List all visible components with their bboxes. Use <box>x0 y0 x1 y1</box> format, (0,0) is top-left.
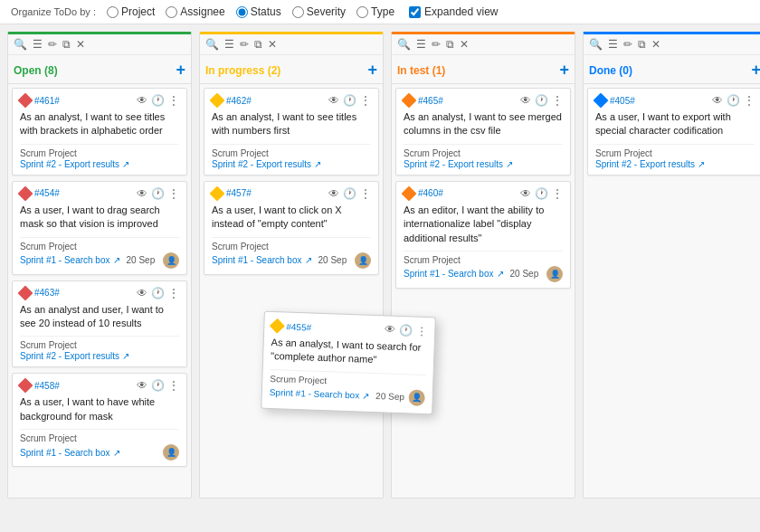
eye-icon[interactable]: 👁 <box>520 187 531 200</box>
card-desc: As a user, I want to click on X instead … <box>212 204 371 232</box>
clock-icon[interactable]: 🕐 <box>151 94 165 107</box>
sprint-link-icon[interactable]: ↗ <box>122 159 129 169</box>
eye-icon[interactable]: 👁 <box>328 187 339 200</box>
more-icon[interactable]: ⋮ <box>744 94 755 107</box>
col-search-bar-done: 🔍 ☰ ✏ ⧉ ✕ <box>584 34 760 55</box>
radio-severity[interactable]: Severity <box>292 5 346 18</box>
floating-card[interactable]: #455# 👁 🕐 ⋮ As an analyst, I want to sea… <box>261 311 436 414</box>
clock-icon[interactable]: 🕐 <box>535 94 548 107</box>
card-project: Scrum Project <box>212 242 371 252</box>
menu-icon[interactable]: ☰ <box>33 38 43 51</box>
clock-icon[interactable]: 🕐 <box>727 94 740 107</box>
more-icon[interactable]: ⋮ <box>168 94 179 107</box>
card-desc: As a user, I want to export with special… <box>595 110 755 138</box>
column-title-intest: In test (1) <box>397 64 554 77</box>
radio-status[interactable]: Status <box>236 5 281 18</box>
search-icon[interactable]: 🔍 <box>397 38 411 51</box>
card-id: #455# <box>286 321 381 335</box>
card-id: #460# <box>418 188 517 198</box>
card-457[interactable]: #457# 👁 🕐 ⋮ As a user, I want to click o… <box>204 181 379 275</box>
eye-icon[interactable]: 👁 <box>137 287 147 299</box>
close-icon[interactable]: ✕ <box>76 38 85 51</box>
eye-icon[interactable]: 👁 <box>712 94 723 107</box>
board: 🔍 ☰ ✏ ⧉ ✕ Open (8) + #461# 👁 🕐 ⋮ <box>0 24 760 506</box>
edit-icon[interactable]: ✏ <box>240 38 249 51</box>
copy-icon[interactable]: ⧉ <box>446 38 454 51</box>
card-type-icon <box>402 93 417 109</box>
cards-intest: #465# 👁 🕐 ⋮ As an analyst, I want to see… <box>392 84 575 498</box>
card-460[interactable]: #460# 👁 🕐 ⋮ As an editor, I want the abi… <box>395 181 571 289</box>
card-458[interactable]: #458# 👁 🕐 ⋮ As a user, I want to have wh… <box>12 373 187 467</box>
clock-icon[interactable]: 🕐 <box>151 379 165 392</box>
clock-icon[interactable]: 🕐 <box>399 324 413 337</box>
edit-icon[interactable]: ✏ <box>48 38 57 51</box>
add-card-inprogress[interactable]: + <box>367 61 377 80</box>
sprint-link-icon[interactable]: ↗ <box>305 255 312 265</box>
menu-icon[interactable]: ☰ <box>608 38 618 51</box>
clock-icon[interactable]: 🕐 <box>343 94 356 107</box>
card-desc: As an editor, I want the ability to inte… <box>404 204 563 245</box>
column-header-open: Open (8) + <box>8 55 191 84</box>
close-icon[interactable]: ✕ <box>460 38 469 51</box>
menu-icon[interactable]: ☰ <box>224 38 234 51</box>
toolbar: Organize ToDo by : Project Assignee Stat… <box>0 0 760 24</box>
more-icon[interactable]: ⋮ <box>168 187 179 200</box>
search-icon[interactable]: 🔍 <box>589 38 603 51</box>
radio-assignee[interactable]: Assignee <box>166 5 224 18</box>
add-card-open[interactable]: + <box>176 61 185 80</box>
sprint-link-icon[interactable]: ↗ <box>314 159 321 169</box>
card-footer: Scrum Project Sprint #1 - Search box ↗ 2… <box>269 369 425 406</box>
close-icon[interactable]: ✕ <box>268 38 277 51</box>
radio-project[interactable]: Project <box>107 5 155 18</box>
card-footer: Scrum Project Sprint #1 - Search box ↗ 2… <box>212 237 371 269</box>
card-footer: Scrum Project Sprint #2 - Export results… <box>595 144 755 169</box>
edit-icon[interactable]: ✏ <box>432 38 441 51</box>
more-icon[interactable]: ⋮ <box>168 287 179 299</box>
more-icon[interactable]: ⋮ <box>416 325 427 337</box>
copy-icon[interactable]: ⧉ <box>638 38 646 51</box>
sprint-link-icon[interactable]: ↗ <box>506 159 513 169</box>
eye-icon[interactable]: 👁 <box>520 94 531 107</box>
card-463[interactable]: #463# 👁 🕐 ⋮ As an analyst and user, I wa… <box>12 280 187 368</box>
clock-icon[interactable]: 🕐 <box>343 187 356 200</box>
sprint-link-icon[interactable]: ↗ <box>113 448 120 458</box>
copy-icon[interactable]: ⧉ <box>62 38 71 51</box>
sprint-link-icon[interactable]: ↗ <box>113 255 120 265</box>
eye-icon[interactable]: 👁 <box>137 187 147 200</box>
sprint-link-icon[interactable]: ↗ <box>698 159 705 169</box>
card-462[interactable]: #462# 👁 🕐 ⋮ As an analyst, I want to see… <box>204 88 379 176</box>
eye-icon[interactable]: 👁 <box>385 323 395 336</box>
radio-type[interactable]: Type <box>356 5 394 18</box>
column-title-inprogress: In progress (2) <box>205 64 362 77</box>
card-465[interactable]: #465# 👁 🕐 ⋮ As an analyst, I want to see… <box>395 88 571 176</box>
more-icon[interactable]: ⋮ <box>552 187 563 200</box>
more-icon[interactable]: ⋮ <box>168 379 179 392</box>
copy-icon[interactable]: ⧉ <box>254 38 262 51</box>
close-icon[interactable]: ✕ <box>651 38 660 51</box>
add-card-done[interactable]: + <box>751 61 760 80</box>
clock-icon[interactable]: 🕐 <box>535 187 548 200</box>
sprint-link-icon[interactable]: ↗ <box>362 391 369 401</box>
card-actions: 👁 🕐 ⋮ <box>137 379 179 392</box>
search-icon[interactable]: 🔍 <box>205 38 219 51</box>
avatar: 👤 <box>163 444 179 461</box>
add-card-intest[interactable]: + <box>559 61 569 80</box>
card-405[interactable]: #405# 👁 🕐 ⋮ As a user, I want to export … <box>587 88 760 176</box>
sprint-link-icon[interactable]: ↗ <box>122 351 129 361</box>
card-461[interactable]: #461# 👁 🕐 ⋮ As an analyst, I want to see… <box>12 88 187 176</box>
eye-icon[interactable]: 👁 <box>137 94 147 107</box>
edit-icon[interactable]: ✏ <box>623 38 632 51</box>
more-icon[interactable]: ⋮ <box>552 94 563 107</box>
eye-icon[interactable]: 👁 <box>137 379 147 392</box>
clock-icon[interactable]: 🕐 <box>151 187 165 200</box>
search-icon[interactable]: 🔍 <box>14 38 27 51</box>
clock-icon[interactable]: 🕐 <box>151 287 165 299</box>
card-454[interactable]: #454# 👁 🕐 ⋮ As a user, I want to drag se… <box>12 181 187 275</box>
eye-icon[interactable]: 👁 <box>328 94 339 107</box>
card-sprint: Sprint #2 - Export results ↗ <box>212 159 371 169</box>
more-icon[interactable]: ⋮ <box>360 187 371 200</box>
more-icon[interactable]: ⋮ <box>360 94 371 107</box>
expanded-view-checkbox[interactable]: Expanded view <box>409 5 498 18</box>
sprint-link-icon[interactable]: ↗ <box>497 269 504 279</box>
menu-icon[interactable]: ☰ <box>416 38 426 51</box>
